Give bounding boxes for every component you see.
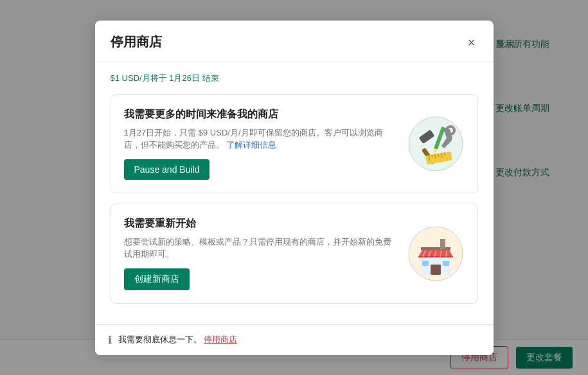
option-1-content: 我需要更多的时间来准备我的商店 1月27日开始，只需 $9 USD/月/月即可保…	[124, 108, 396, 180]
deactivate-modal: 停用商店 × $1 USD/月将于 1月26日 结束 我需要更多的时间来准备我的…	[95, 21, 494, 355]
option-1-title: 我需要更多的时间来准备我的商店	[124, 108, 396, 121]
svg-line-9	[438, 153, 438, 157]
option-card-pause: 我需要更多的时间来准备我的商店 1月27日开始，只需 $9 USD/月/月即可保…	[111, 94, 478, 193]
option-2-desc: 想要尝试新的策略、模板或产品？只需停用现有的商店，并开始新的免费试用期即可。	[124, 236, 396, 261]
create-new-store-button[interactable]: 创建新商店	[124, 268, 190, 290]
modal-footer-notice: ℹ 我需要彻底休息一下。 停用商店	[95, 324, 494, 355]
modal-header: 停用商店 ×	[95, 21, 494, 62]
svg-rect-17	[422, 261, 429, 266]
pause-and-build-button[interactable]: Pause and Build	[124, 159, 210, 180]
learn-more-link[interactable]: 了解详细信息	[226, 140, 276, 150]
option-2-title: 我需要重新开始	[124, 217, 396, 231]
tools-image	[407, 115, 465, 173]
svg-rect-27	[440, 239, 445, 249]
store-image	[407, 225, 465, 283]
svg-rect-26	[421, 247, 450, 250]
svg-line-11	[444, 152, 445, 155]
info-icon: ℹ	[108, 334, 112, 346]
billing-notice: $1 USD/月将于 1月26日 结束	[111, 73, 478, 84]
modal-body: $1 USD/月将于 1月26日 结束 我需要更多的时间来准备我的商店 1月27…	[95, 62, 494, 324]
modal-close-button[interactable]: ×	[465, 33, 478, 51]
svg-rect-16	[431, 265, 441, 275]
option-card-restart: 我需要重新开始 想要尝试新的策略、模板或产品？只需停用现有的商店，并开始新的免费…	[111, 204, 478, 304]
svg-rect-18	[443, 261, 449, 266]
modal-title: 停用商店	[111, 33, 162, 51]
svg-line-7	[431, 154, 432, 157]
modal-overlay: 停用商店 × $1 USD/月将于 1月26日 结束 我需要更多的时间来准备我的…	[0, 0, 588, 375]
footer-text: 我需要彻底休息一下。 停用商店	[118, 334, 238, 345]
option-2-content: 我需要重新开始 想要尝试新的策略、模板或产品？只需停用现有的商店，并开始新的免费…	[124, 217, 396, 290]
deactivate-link[interactable]: 停用商店	[204, 335, 237, 344]
option-1-desc: 1月27日开始，只需 $9 USD/月/月即可保留您的商店。客户可以浏览商店，但…	[124, 126, 396, 152]
